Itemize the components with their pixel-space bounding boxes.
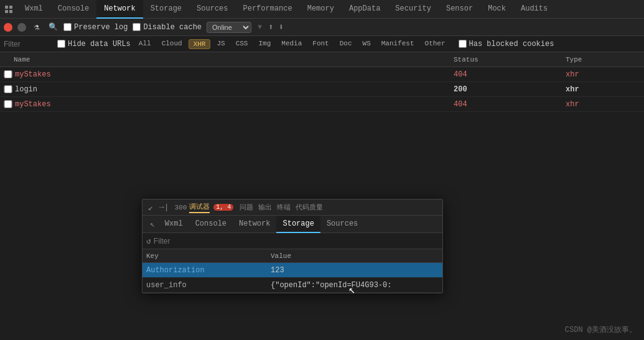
inner-cursor-icon[interactable]: ↖ [146, 219, 159, 229]
network-row-0[interactable]: myStakes404xhr [0, 67, 644, 82]
top-tab-bar: WxmlConsoleNetworkStorageSourcesPerforma… [0, 0, 644, 19]
stop-button[interactable] [17, 23, 26, 32]
tab-audits[interactable]: Audits [513, 0, 555, 19]
svg-rect-0 [5, 6, 8, 9]
inner-arrow-left-icon[interactable]: ↙ [146, 201, 155, 214]
row-status-0: 404 [454, 70, 566, 79]
inner-label-output: 输出 [258, 203, 272, 212]
inner-filter-row: ↺ [142, 233, 442, 249]
tab-performance[interactable]: Performance [236, 0, 300, 19]
inner-tab-network[interactable]: Network [233, 216, 276, 233]
row-status-1: 200 [454, 85, 566, 94]
preserve-log-checkbox[interactable]: Preserve log [63, 23, 128, 32]
tab-console[interactable]: Console [50, 0, 96, 19]
inner-cell-key-1: user_info [146, 281, 271, 290]
filter-chip-font[interactable]: Font [308, 39, 333, 49]
row-type-1: xhr [566, 85, 640, 94]
export-icon[interactable]: ⬇ [279, 22, 284, 32]
inner-badge: 1, 4 [213, 204, 233, 211]
devtools-logo-icon [2, 3, 15, 16]
filter-chip-all[interactable]: All [134, 39, 156, 49]
inner-devtools-panel: ↙ →| 300 调试器 1, 4 问题 输出 终端 代码质量 ↖ WxmlCo… [142, 199, 443, 293]
inner-table-header: Key Value [142, 249, 442, 263]
inner-label-quality: 代码质量 [296, 203, 323, 212]
import-icon[interactable]: ⬆ [268, 22, 273, 32]
filter-chip-manifest[interactable]: Manifest [377, 39, 419, 49]
inner-debug-label: 调试器 [189, 202, 210, 213]
tab-security[interactable]: Security [388, 0, 439, 19]
row-name-2: myStakes [15, 100, 454, 109]
network-row-1[interactable]: login200xhr [0, 82, 644, 97]
inner-cell-val-0: 123 [271, 266, 439, 275]
filter-chip-css[interactable]: CSS [231, 39, 253, 49]
inner-label-issues: 问题 [240, 203, 253, 212]
inner-refresh-icon[interactable]: ↺ [146, 236, 151, 246]
row-name-0: myStakes [15, 70, 454, 79]
filter-chip-js[interactable]: JS [212, 39, 229, 49]
row-type-2: xhr [566, 100, 640, 109]
network-row-2[interactable]: myStakes404xhr [0, 97, 644, 112]
inner-tab-sources[interactable]: Sources [320, 216, 364, 233]
network-table-header: Name Status Type [0, 52, 644, 67]
row-status-2: 404 [454, 100, 566, 109]
disable-cache-checkbox[interactable]: Disable cache [133, 23, 202, 32]
tab-memory[interactable]: Memory [300, 0, 342, 19]
filter-chip-doc[interactable]: Doc [335, 39, 357, 49]
filter-chip-xhr[interactable]: XHR [189, 39, 211, 49]
tab-network[interactable]: Network [96, 0, 142, 19]
filter-input[interactable] [4, 40, 54, 48]
inner-filter-input[interactable] [154, 237, 439, 246]
col-name-header: Name [4, 56, 454, 63]
inner-row-1[interactable]: user_info{"openId":"openId=FU4G93-0: [142, 278, 442, 293]
inner-col-val-header: Value [271, 252, 439, 260]
inner-arrow-right-icon[interactable]: →| [157, 201, 171, 213]
tab-appdata[interactable]: AppData [342, 0, 388, 19]
filter-chip-other[interactable]: Other [421, 39, 450, 49]
hide-data-urls-checkbox[interactable]: Hide data URLs [57, 40, 131, 48]
watermark: CSDN @美酒没故事。 [565, 324, 637, 335]
inner-tab-console[interactable]: Console [189, 216, 233, 233]
network-table-body: myStakes404xhrlogin200xhrmyStakes404xhr [0, 67, 644, 112]
filter-chip-media[interactable]: Media [277, 39, 306, 49]
inner-cell-key-0: Authorization [146, 266, 271, 275]
inner-status-num: 300 [174, 204, 187, 211]
tab-sources[interactable]: Sources [189, 0, 235, 19]
filter-chip-ws[interactable]: WS [358, 39, 375, 49]
inner-tab-wxml[interactable]: Wxml [159, 216, 189, 233]
filter-icon[interactable]: ⚗ [31, 22, 42, 33]
has-blocked-cookies-checkbox[interactable]: Has blocked cookies [459, 40, 554, 48]
throttle-select[interactable]: Online Fast 3G Slow 3G Offline [207, 22, 251, 33]
inner-table-body: Authorization123user_info{"openId":"open… [142, 263, 442, 293]
tab-sensor[interactable]: Sensor [439, 0, 480, 19]
inner-tab-storage[interactable]: Storage [276, 216, 320, 233]
filter-chip-cloud[interactable]: Cloud [157, 39, 187, 49]
tab-mock[interactable]: Mock [480, 0, 513, 19]
col-type-header: Type [566, 56, 640, 63]
row-name-1: login [15, 85, 454, 94]
tab-storage[interactable]: Storage [143, 0, 189, 19]
tab-wxml[interactable]: Wxml [17, 0, 50, 19]
inner-label-terminal: 终端 [277, 203, 291, 212]
inner-cell-val-1: {"openId":"openId=FU4G93-0: [271, 281, 439, 290]
inner-tab-bar: ↖ WxmlConsoleNetworkStorageSources [142, 216, 442, 233]
row-type-0: xhr [566, 70, 640, 79]
svg-rect-1 [9, 6, 12, 9]
inner-row-0[interactable]: Authorization123 [142, 263, 442, 278]
record-button[interactable] [4, 23, 12, 32]
search-icon[interactable]: 🔍 [47, 22, 58, 33]
filter-bar: Hide data URLs AllCloudXHRJSCSSImgMediaF… [0, 36, 644, 52]
filter-chip-img[interactable]: Img [254, 39, 275, 49]
col-status-header: Status [454, 56, 566, 63]
svg-rect-2 [5, 10, 8, 13]
inner-col-key-header: Key [146, 252, 271, 260]
network-toolbar: ⚗ 🔍 Preserve log Disable cache Online Fa… [0, 19, 644, 36]
inner-top-bar: ↙ →| 300 调试器 1, 4 问题 输出 终端 代码质量 [142, 200, 442, 216]
svg-rect-3 [9, 10, 12, 13]
